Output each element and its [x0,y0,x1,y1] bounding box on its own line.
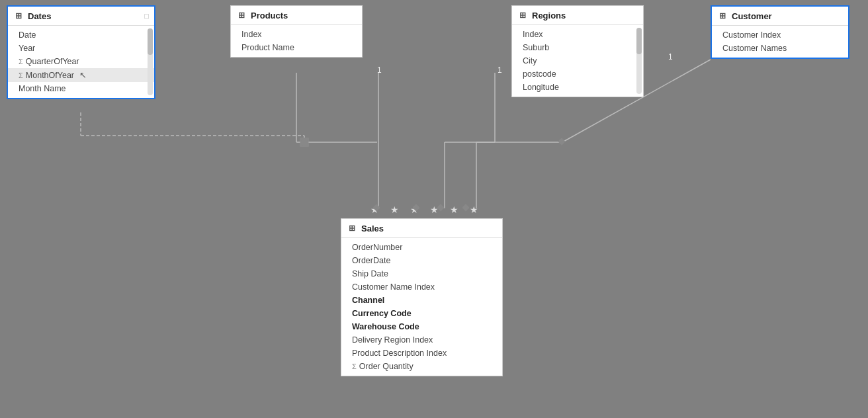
svg-rect-13 [300,138,309,147]
dates-table-body: Date Year ΣQuarterOfYear ΣMonthOfYear ↖ … [8,26,154,98]
dates-field-date[interactable]: Date [8,28,154,42]
customer-label-1: 1 [668,52,673,62]
customer-field-index[interactable]: Customer Index [712,28,848,42]
dates-table-toggle[interactable]: □ [144,12,149,20]
sales-field-customernameindex[interactable]: Customer Name Index [341,280,502,294]
diagram-canvas: 1 1 1 ★ ★ ★ ★ ★ ★ ⊞ Dates □ [0,0,868,418]
regions-scrollbar-thumb [636,28,642,54]
regions-field-postcode[interactable]: postcode [512,67,643,81]
regions-field-city[interactable]: City [512,54,643,67]
sales-field-currencycode[interactable]: Currency Code [341,307,502,320]
sales-table-title: Sales [361,224,384,233]
regions-field-index[interactable]: Index [512,28,643,41]
dates-table-title: Dates [28,11,51,21]
svg-rect-17 [462,204,469,211]
star-1: ★ [370,204,379,215]
products-label-1: 1 [377,65,382,75]
sales-field-orderdate[interactable]: OrderDate [341,254,502,267]
svg-rect-3 [300,138,309,147]
svg-rect-16 [437,204,444,211]
sales-field-deliveryregionindex[interactable]: Delivery Region Index [341,333,502,347]
sales-field-ordernumber[interactable]: OrderNumber [341,241,502,254]
dates-field-monthofyear[interactable]: ΣMonthOfYear ↖ [8,68,154,82]
sales-field-warehousecode[interactable]: Warehouse Code [341,320,502,333]
products-table-title: Products [251,11,288,21]
star-2: ★ [390,204,399,215]
svg-rect-14 [372,204,380,211]
customer-table[interactable]: ⊞ Customer Customer Index Customer Names [711,5,849,59]
sales-field-channel[interactable]: Channel [341,294,502,307]
products-field-productname[interactable]: Product Name [231,41,362,54]
dates-field-year[interactable]: Year [8,42,154,55]
dates-table[interactable]: ⊞ Dates □ Date Year ΣQuarterOfYear ΣMont… [7,5,155,99]
sales-table[interactable]: ⊞ Sales OrderNumber OrderDate Ship Date … [341,218,503,376]
sales-field-orderquantity[interactable]: Σ Order Quantity [341,360,502,373]
sales-table-body: OrderNumber OrderDate Ship Date Customer… [341,238,502,376]
regions-field-suburb[interactable]: Suburb [512,41,643,54]
customer-table-body: Customer Index Customer Names [712,26,848,58]
products-table-header: ⊞ Products [231,6,362,25]
sigma-icon-1: Σ [19,58,23,65]
regions-table-body: Index Suburb City postcode Longitude [512,25,643,97]
sigma-icon-2: Σ [19,71,23,79]
dates-scrollbar-thumb [148,28,153,55]
dates-field-quarterofyear[interactable]: ΣQuarterOfYear [8,55,154,68]
customer-table-icon: ⊞ [717,11,728,21]
customer-field-names[interactable]: Customer Names [712,42,848,55]
sales-field-productdescriptionindex[interactable]: Product Description Index [341,347,502,360]
regions-field-longitude[interactable]: Longitude [512,81,643,94]
dates-field-monthname[interactable]: Month Name [8,82,154,95]
sales-table-header: ⊞ Sales [341,219,502,238]
customer-table-header: ⊞ Customer [712,7,848,26]
regions-table-icon: ⊞ [517,10,528,21]
star-4: ★ [430,204,439,215]
dates-scrollbar-track[interactable] [148,28,153,95]
star-5: ★ [450,204,458,215]
sales-field-shipdate[interactable]: Ship Date [341,267,502,280]
products-field-index[interactable]: Index [231,28,362,41]
star-3: ★ [410,204,419,215]
regions-table-title: Regions [532,11,566,21]
products-table-body: Index Product Name [231,25,362,57]
cursor-indicator: ↖ [79,70,87,80]
regions-table-header: ⊞ Regions [512,6,643,25]
star-6: ★ [470,204,478,215]
regions-label-1: 1 [498,65,502,75]
products-table[interactable]: ⊞ Products Index Product Name [230,5,363,58]
regions-scrollbar-track[interactable] [636,28,642,94]
svg-rect-15 [412,204,419,211]
dates-table-header: ⊞ Dates □ [8,7,154,26]
customer-table-title: Customer [732,11,772,21]
products-table-icon: ⊞ [236,10,247,21]
sigma-icon-sales: Σ [352,362,357,370]
regions-table[interactable]: ⊞ Regions Index Suburb City postcode Lon… [511,5,644,97]
sales-table-icon: ⊞ [347,223,357,233]
dates-table-icon: ⊞ [13,11,24,21]
svg-rect-18 [558,138,565,145]
